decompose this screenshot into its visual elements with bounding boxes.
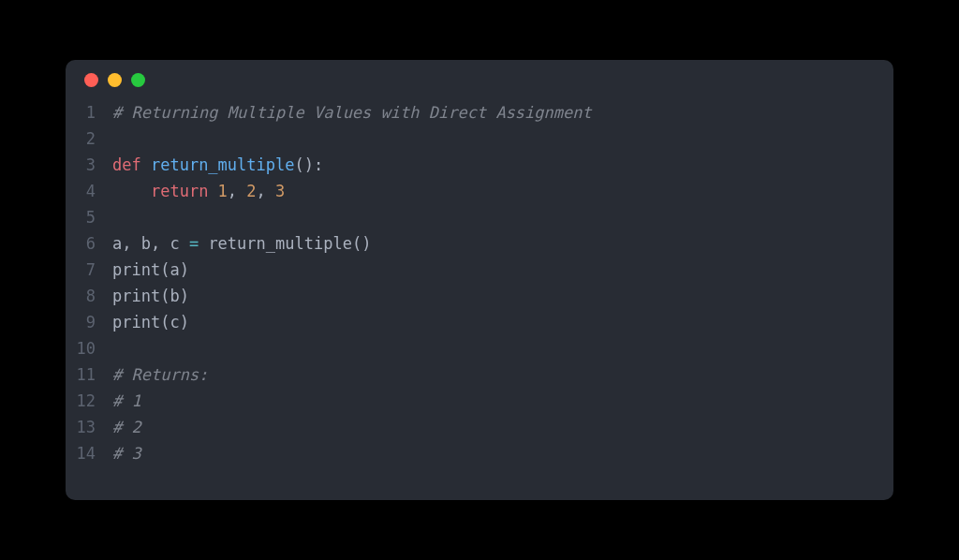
- code-content: return 1, 2, 3: [112, 178, 893, 204]
- token-comment: # 3: [112, 444, 141, 463]
- code-editor: 1# Returning Multiple Values with Direct…: [66, 99, 893, 466]
- code-content: [112, 204, 893, 230]
- code-content: def return_multiple():: [112, 152, 893, 178]
- code-content: print(c): [112, 309, 893, 335]
- code-line: 9print(c): [75, 309, 893, 335]
- token-number: 2: [246, 182, 256, 200]
- code-content: a, b, c = return_multiple(): [112, 230, 893, 257]
- code-line: 12# 1: [75, 388, 893, 414]
- token-comment: # Returning Multiple Values with Direct …: [112, 103, 592, 122]
- token-ident: return_multiple(): [199, 234, 371, 253]
- line-number: 5: [75, 204, 112, 230]
- zoom-icon[interactable]: [131, 73, 145, 87]
- token-comment: # 1: [112, 391, 141, 410]
- token-paren: (c): [160, 313, 189, 332]
- code-line: 7print(a): [75, 257, 893, 283]
- token-def: def: [112, 155, 151, 174]
- token-number: 3: [275, 182, 285, 200]
- close-icon[interactable]: [84, 73, 98, 87]
- minimize-icon[interactable]: [108, 73, 122, 87]
- code-line: 4 return 1, 2, 3: [75, 178, 893, 204]
- token-return: return: [151, 182, 218, 200]
- line-number: 3: [75, 152, 112, 178]
- token-punct: ,: [257, 182, 275, 200]
- code-content: print(a): [112, 257, 893, 283]
- token-ident: print: [112, 287, 160, 305]
- token-ident: [112, 182, 151, 200]
- code-window: 1# Returning Multiple Values with Direct…: [66, 60, 893, 500]
- code-content: print(b): [112, 283, 893, 309]
- line-number: 1: [75, 99, 112, 125]
- token-paren: (a): [160, 260, 189, 279]
- token-ident: print: [112, 260, 160, 279]
- token-ident: print: [112, 313, 160, 332]
- code-content: # 3: [112, 440, 893, 466]
- code-content: # 2: [112, 414, 893, 440]
- line-number: 4: [75, 178, 112, 204]
- token-func: return_multiple: [151, 155, 295, 174]
- code-line: 5: [75, 204, 893, 230]
- token-paren: ():: [294, 155, 323, 174]
- line-number: 10: [75, 335, 112, 361]
- window-titlebar: [66, 60, 893, 99]
- line-number: 7: [75, 257, 112, 283]
- code-content: # Returning Multiple Values with Direct …: [112, 99, 893, 125]
- line-number: 11: [75, 361, 112, 388]
- code-line: 13# 2: [75, 414, 893, 440]
- code-line: 11# Returns:: [75, 361, 893, 388]
- token-number: 1: [218, 182, 228, 200]
- line-number: 6: [75, 230, 112, 257]
- code-content: # Returns:: [112, 361, 893, 388]
- code-line: 10: [75, 335, 893, 361]
- line-number: 9: [75, 309, 112, 335]
- line-number: 2: [75, 125, 112, 152]
- token-paren: (b): [160, 287, 189, 305]
- token-ident: a, b, c: [112, 234, 189, 253]
- token-comment: # 2: [112, 418, 141, 436]
- code-content: [112, 125, 893, 152]
- line-number: 8: [75, 283, 112, 309]
- code-line: 2: [75, 125, 893, 152]
- code-content: # 1: [112, 388, 893, 414]
- token-op: =: [189, 234, 199, 253]
- line-number: 14: [75, 440, 112, 466]
- line-number: 13: [75, 414, 112, 440]
- code-line: 14# 3: [75, 440, 893, 466]
- code-line: 3def return_multiple():: [75, 152, 893, 178]
- token-comment: # Returns:: [112, 365, 208, 384]
- code-line: 1# Returning Multiple Values with Direct…: [75, 99, 893, 125]
- line-number: 12: [75, 388, 112, 414]
- code-line: 6a, b, c = return_multiple(): [75, 230, 893, 257]
- code-content: [112, 335, 893, 361]
- token-punct: ,: [228, 182, 246, 200]
- code-line: 8print(b): [75, 283, 893, 309]
